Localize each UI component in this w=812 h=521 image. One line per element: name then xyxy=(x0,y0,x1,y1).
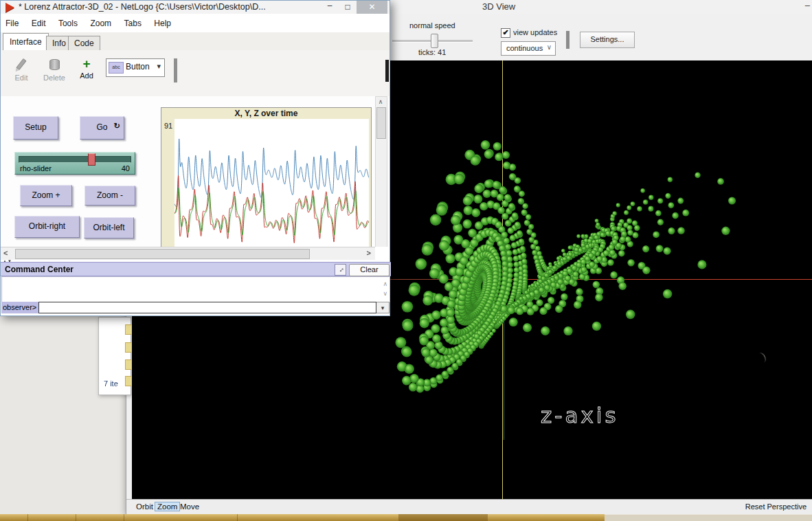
tab-code[interactable]: Code xyxy=(68,36,100,51)
maximize-button[interactable]: □ xyxy=(339,1,357,14)
chevron-down-icon: ∨ xyxy=(547,43,552,51)
netlogo-titlebar: * Lorenz Attractor-3D_02 - NetLogo {C:\U… xyxy=(1,1,390,14)
widget-type-value: Button xyxy=(126,62,150,71)
menu-bar: File Edit Tools Zoom Tabs Help xyxy=(1,14,390,33)
pencil-icon xyxy=(16,58,26,70)
menu-help[interactable]: Help xyxy=(149,14,176,28)
plot-series-canvas xyxy=(174,119,369,247)
menu-edit[interactable]: Edit xyxy=(27,14,51,28)
z-axis-label: z-axis xyxy=(541,403,619,428)
scroll-up-icon[interactable]: ∧ xyxy=(376,98,385,105)
vertical-scrollbar-thumb[interactable] xyxy=(376,107,386,139)
horizontal-scrollbar[interactable]: < > xyxy=(1,247,375,260)
folder-icon xyxy=(125,359,131,370)
netlogo-window: * Lorenz Attractor-3D_02 - NetLogo {C:\U… xyxy=(0,0,390,316)
widget-type-icon: abc xyxy=(109,62,124,74)
add-tool-label: Add xyxy=(76,71,97,80)
minimize-icon[interactable]: – xyxy=(805,0,810,10)
explorer-folder-panel: 7 ite xyxy=(98,317,131,395)
tab-bar: Interface Info Code xyxy=(1,32,390,51)
plot-widget: X, Y, Z over time 91 xyxy=(161,107,372,247)
menu-zoom[interactable]: Zoom xyxy=(85,14,116,28)
slider-groove[interactable] xyxy=(19,156,131,163)
menu-tabs[interactable]: Tabs xyxy=(120,14,146,28)
toolbar-separator xyxy=(174,58,177,82)
zoom-in-button[interactable]: Zoom + xyxy=(20,185,72,206)
delete-icon xyxy=(49,59,60,70)
taskbar-segment xyxy=(605,514,812,521)
command-center-output[interactable]: ∧ ∨ xyxy=(1,276,390,302)
taskbar-strip xyxy=(0,514,812,521)
taskbar-divider xyxy=(237,514,238,521)
nav-move[interactable]: Move xyxy=(177,502,202,511)
plot-area xyxy=(174,119,369,247)
clear-button[interactable]: Clear xyxy=(349,264,390,276)
orbit-right-button[interactable]: Orbit-right xyxy=(14,216,80,238)
interface-canvas: Setup Go ↻ rho-slider 40 Zoom + Zoom - O… xyxy=(1,96,390,247)
horizontal-scrollbar-thumb[interactable] xyxy=(15,249,310,259)
3d-view-title: 3D View xyxy=(482,1,515,12)
menu-file[interactable]: File xyxy=(1,14,23,28)
delete-tool-label: Delete xyxy=(41,74,68,82)
rho-slider[interactable]: rho-slider 40 xyxy=(14,152,135,175)
view-updates-checkbox[interactable]: ✔ xyxy=(501,28,510,38)
taskbar-divider xyxy=(76,514,76,521)
scroll-down-icon[interactable]: ∨ xyxy=(383,290,387,297)
netlogo-logo-icon xyxy=(5,3,14,12)
setup-button[interactable]: Setup xyxy=(13,116,58,140)
forever-icon: ↻ xyxy=(114,115,120,137)
observer-prompt: observer> xyxy=(1,302,38,313)
scroll-right-icon[interactable]: > xyxy=(367,249,371,257)
chevron-down-icon: ▾ xyxy=(157,62,161,71)
toolbar-edge-bar xyxy=(385,60,389,82)
toolbar-separator xyxy=(566,31,569,49)
command-prompt-row: observer> ▾ xyxy=(1,302,390,313)
slider-value: 40 xyxy=(122,164,130,173)
window-title: * Lorenz Attractor-3D_02 - NetLogo {C:\U… xyxy=(19,2,321,12)
screen: 7 ite 3D View – normal speed ticks: 41 ✔… xyxy=(0,0,812,521)
command-input[interactable] xyxy=(38,302,376,313)
update-mode-dropdown[interactable]: continuous ∨ xyxy=(501,41,556,56)
menu-tools[interactable]: Tools xyxy=(54,14,82,28)
zoom-out-button[interactable]: Zoom - xyxy=(84,186,135,206)
nav-zoom[interactable]: Zoom xyxy=(155,502,180,511)
speed-slider-handle[interactable] xyxy=(431,34,438,48)
view-updates-label: view updates xyxy=(513,28,557,36)
tab-interface[interactable]: Interface xyxy=(3,33,49,51)
folder-icon xyxy=(125,324,131,335)
add-icon: + xyxy=(82,56,90,71)
go-button[interactable]: Go ↻ xyxy=(80,116,124,140)
speed-label: normal speed xyxy=(409,21,455,30)
edit-tool[interactable]: Edit xyxy=(10,58,32,82)
add-tool[interactable]: + Add xyxy=(76,59,97,80)
go-button-label: Go xyxy=(96,122,107,132)
slider-label: rho-slider xyxy=(20,164,52,173)
reset-perspective-button[interactable]: Reset Perspective xyxy=(745,502,807,511)
edit-tool-label: Edit xyxy=(10,74,32,82)
ticks-counter: ticks: 41 xyxy=(418,48,446,56)
update-mode-value: continuous xyxy=(506,44,543,52)
check-icon: ✔ xyxy=(502,28,508,36)
nav-orbit[interactable]: Orbit xyxy=(133,502,156,511)
command-center-header: Command Center ↔ Clear xyxy=(1,262,391,276)
folder-icon xyxy=(125,376,131,386)
taskbar-divider xyxy=(124,514,124,521)
delete-tool[interactable]: Delete xyxy=(41,59,68,82)
plot-title: X, Y, Z over time xyxy=(161,109,371,118)
settings-button[interactable]: Settings... xyxy=(580,32,635,48)
orbit-left-button[interactable]: Orbit-left xyxy=(84,217,134,239)
widget-toolbar: Edit Delete + Add abc Button ▾ xyxy=(1,50,390,97)
expand-arrows: ↔ xyxy=(335,263,346,274)
close-button[interactable]: ✕ xyxy=(357,1,387,14)
scroll-up-icon[interactable]: ∧ xyxy=(383,280,387,287)
vertical-scrollbar[interactable]: ∧ ∨ xyxy=(375,96,387,247)
expand-icon[interactable]: ↔ xyxy=(335,264,346,276)
scroll-left-icon[interactable]: < xyxy=(3,249,8,257)
taskbar-segment xyxy=(398,514,488,521)
slider-handle[interactable] xyxy=(88,153,95,166)
command-center-title: Command Center xyxy=(5,265,74,274)
folder-icon xyxy=(125,342,131,353)
widget-type-chooser[interactable]: abc Button ▾ xyxy=(106,58,165,77)
history-dropdown-button[interactable]: ▾ xyxy=(376,302,390,313)
minimize-button[interactable]: – xyxy=(321,1,339,14)
